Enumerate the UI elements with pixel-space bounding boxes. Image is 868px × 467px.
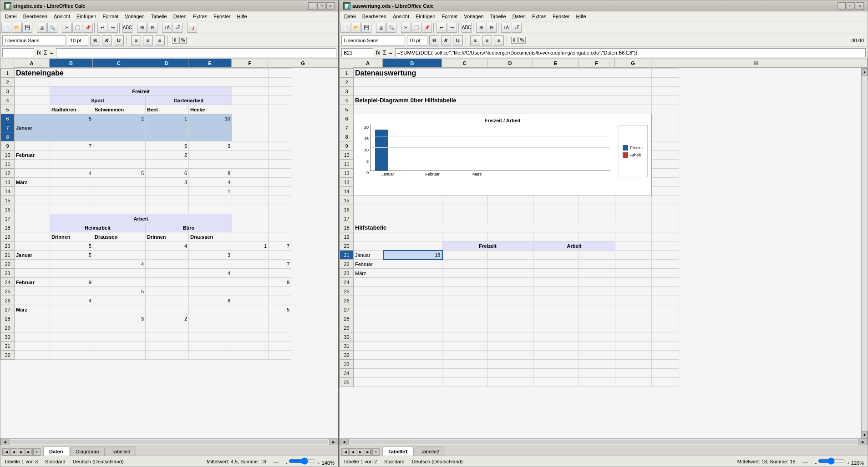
cell-c9[interactable] bbox=[93, 141, 146, 151]
cell-a30[interactable] bbox=[15, 332, 50, 341]
cell-a12[interactable] bbox=[15, 169, 50, 178]
right-cell-e21[interactable] bbox=[533, 251, 579, 260]
right-cell-e22[interactable] bbox=[533, 260, 579, 269]
cell-e30[interactable] bbox=[189, 332, 232, 341]
cell-d11[interactable] bbox=[146, 160, 189, 169]
left-menu-einfuegen[interactable]: Einfügen bbox=[74, 13, 99, 20]
cell-a29[interactable] bbox=[15, 323, 50, 332]
left-menu-extras[interactable]: Extras bbox=[190, 13, 210, 20]
right-menu-hilfe[interactable]: Hilfe bbox=[574, 13, 589, 20]
copy-icon[interactable]: 📋 bbox=[72, 23, 82, 33]
left-italic-button[interactable]: K bbox=[102, 35, 112, 45]
cell-b26[interactable]: 4 bbox=[50, 296, 93, 305]
right-bold-button[interactable]: B bbox=[429, 35, 439, 45]
left-zoom-out[interactable]: - bbox=[286, 460, 288, 466]
right-menu-bearbeiten[interactable]: Bearbeiten bbox=[360, 13, 389, 20]
cell-d23[interactable] bbox=[146, 269, 189, 278]
cell-b13[interactable] bbox=[50, 178, 93, 187]
left-col-d[interactable]: D bbox=[145, 59, 188, 68]
right-cell-a22-februar[interactable]: Februar bbox=[354, 260, 383, 269]
cell-e11[interactable] bbox=[189, 160, 232, 169]
cell-e15[interactable] bbox=[189, 196, 232, 205]
left-tab-last[interactable]: ►| bbox=[25, 448, 33, 456]
cell-f28[interactable] bbox=[232, 314, 269, 323]
cell-c10[interactable] bbox=[93, 151, 146, 160]
right-sort-desc-icon[interactable]: ↓Z bbox=[512, 23, 522, 33]
cell-e32[interactable] bbox=[189, 351, 232, 360]
left-formula-input[interactable] bbox=[56, 48, 336, 57]
cell-c26[interactable] bbox=[93, 296, 146, 305]
right-italic-button[interactable]: K bbox=[441, 35, 451, 45]
left-menu-hilfe[interactable]: Hilfe bbox=[234, 13, 250, 20]
cell-a27-maerz[interactable]: März bbox=[15, 305, 50, 314]
cell-d27[interactable] bbox=[146, 305, 189, 314]
right-col-c[interactable]: C bbox=[442, 59, 487, 68]
right-tab-last[interactable]: ►| bbox=[365, 448, 372, 456]
right-menu-format[interactable]: Format bbox=[439, 13, 460, 20]
cell-e12[interactable]: 8 bbox=[189, 169, 232, 178]
cell-a6[interactable] bbox=[15, 114, 50, 123]
cell-c23[interactable] bbox=[93, 269, 146, 278]
cell-g24[interactable]: 9 bbox=[269, 278, 291, 287]
left-tab-tabelle3[interactable]: Tabelle3 bbox=[106, 447, 136, 456]
right-underline-button[interactable]: U bbox=[453, 35, 463, 45]
right-hscroll-left[interactable]: ◄ bbox=[340, 439, 349, 445]
cell-a21-januar[interactable]: Januar bbox=[15, 251, 50, 260]
right-new-icon[interactable]: 📄 bbox=[340, 23, 350, 33]
right-col-f[interactable]: F bbox=[579, 59, 615, 68]
right-menu-daten[interactable]: Daten bbox=[510, 13, 528, 20]
cut-icon[interactable]: ✂ bbox=[62, 23, 72, 33]
right-col-a[interactable]: A bbox=[353, 59, 383, 68]
cell-d28[interactable]: 2 bbox=[146, 314, 189, 323]
right-fx-icon[interactable]: fx bbox=[375, 50, 381, 56]
right-tab-tabelle1[interactable]: Tabelle1 bbox=[382, 447, 414, 456]
cell-f27[interactable] bbox=[232, 305, 269, 314]
cell-b27[interactable] bbox=[50, 305, 93, 314]
cell-e21[interactable]: 3 bbox=[189, 251, 232, 260]
cell-c24[interactable] bbox=[93, 278, 146, 287]
left-menu-vorlagen[interactable]: Vorlagen bbox=[122, 13, 147, 20]
right-cell-b22[interactable] bbox=[383, 260, 442, 269]
spellcheck-icon[interactable]: ABC bbox=[122, 23, 132, 33]
cell-b11[interactable] bbox=[50, 160, 93, 169]
right-zoom-in[interactable]: + bbox=[847, 460, 849, 466]
left-col-e[interactable]: E bbox=[188, 59, 232, 68]
cell-c20[interactable] bbox=[93, 241, 146, 251]
right-vscroll[interactable]: ▲ ▼ bbox=[861, 68, 868, 438]
left-font-name-input[interactable]: Liberation Sans bbox=[2, 35, 66, 45]
right-cell-c22[interactable] bbox=[442, 260, 488, 269]
right-menu-tabelle[interactable]: Tabelle bbox=[487, 13, 509, 20]
left-scroll-right[interactable]: ► bbox=[329, 439, 338, 445]
paste-icon[interactable]: 📌 bbox=[83, 23, 93, 33]
right-sigma-icon[interactable]: Σ bbox=[382, 50, 387, 56]
cell-a13-maerz[interactable]: März bbox=[15, 178, 50, 187]
cell-d32[interactable] bbox=[146, 351, 189, 360]
left-zoom-slider[interactable] bbox=[289, 457, 316, 465]
left-scroll-left[interactable]: ◄ bbox=[0, 439, 10, 445]
right-formula-input[interactable]: =SUMME(DDE("soffice";"file:///C/Users/Ne… bbox=[395, 48, 866, 57]
cell-a28[interactable] bbox=[15, 314, 50, 323]
left-cell-ref[interactable] bbox=[2, 48, 34, 57]
right-preview-icon[interactable]: 🔍 bbox=[386, 23, 396, 33]
left-tab-prev[interactable]: ◄ bbox=[10, 448, 17, 456]
cell-b31[interactable] bbox=[50, 341, 93, 351]
right-cell-f23[interactable] bbox=[579, 269, 615, 278]
cell-f25[interactable] bbox=[232, 287, 269, 296]
left-font-size-input[interactable]: 10 pt bbox=[68, 35, 88, 45]
right-col-h[interactable]: H bbox=[651, 59, 861, 68]
left-scrollbar-track[interactable] bbox=[10, 440, 328, 444]
right-cell-e23[interactable] bbox=[533, 269, 579, 278]
cell-d29[interactable] bbox=[146, 323, 189, 332]
right-cell-a4[interactable]: Beispiel-Diagramm über Hilfstabelle bbox=[354, 96, 652, 105]
cell-c15[interactable] bbox=[93, 196, 146, 205]
right-tab-add[interactable]: + bbox=[372, 448, 380, 456]
left-menu-tabelle[interactable]: Tabelle bbox=[148, 13, 170, 20]
left-tab-first[interactable]: |◄ bbox=[2, 448, 10, 456]
right-menu-extras[interactable]: Extras bbox=[529, 13, 549, 20]
cell-b10[interactable] bbox=[50, 151, 93, 160]
cell-f22[interactable] bbox=[232, 260, 269, 269]
right-col-d[interactable]: D bbox=[487, 59, 533, 68]
right-cell-a23-maerz[interactable]: März bbox=[354, 269, 383, 278]
cell-f26[interactable] bbox=[232, 296, 269, 305]
cell-d8[interactable] bbox=[146, 132, 189, 141]
